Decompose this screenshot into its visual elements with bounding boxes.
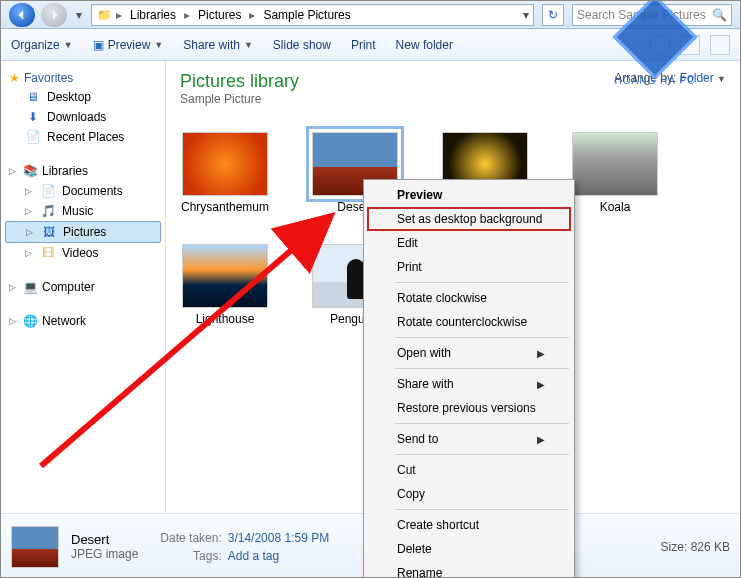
star-icon: ★ [9,71,20,85]
breadcrumb[interactable]: Pictures [194,6,245,24]
print-button[interactable]: Print [351,38,376,52]
thumbnail-chrysanthemum[interactable]: Chrysanthemum [180,132,270,214]
desktop-icon: 🖥 [25,89,41,105]
ctx-separator [395,423,569,424]
thumbnail-image [182,132,268,196]
sidebar-item-downloads[interactable]: ⬇Downloads [5,107,161,127]
thumbnail-image [182,244,268,308]
ctx-separator [395,368,569,369]
sidebar-computer[interactable]: ▷💻Computer [5,277,161,297]
thumbnail-koala[interactable]: Koala [570,132,660,214]
library-subtitle: Sample Picture [180,92,299,106]
preview-pane-button[interactable] [680,35,700,55]
documents-icon: 📄 [40,183,56,199]
recent-icon: 📄 [25,129,41,145]
ctx-rotate-cw[interactable]: Rotate clockwise [367,286,571,310]
help-button[interactable] [710,35,730,55]
navigation-pane: ★Favorites 🖥Desktop ⬇Downloads 📄Recent P… [1,61,166,513]
details-size-value: 826 KB [691,540,730,554]
preview-button[interactable]: ▣Preview▼ [93,38,164,52]
music-icon: 🎵 [40,203,56,219]
ctx-restore-versions[interactable]: Restore previous versions [367,396,571,420]
library-title: Pictures library [180,71,299,92]
ctx-separator [395,509,569,510]
sidebar-item-music[interactable]: ▷🎵Music [5,201,161,221]
sidebar-item-documents[interactable]: ▷📄Documents [5,181,161,201]
submenu-arrow-icon: ▶ [537,434,545,445]
libraries-icon: 📚 [22,163,38,179]
details-datetaken-value[interactable]: 3/14/2008 1:59 PM [228,531,329,545]
pictures-icon: 🖼 [41,224,57,240]
nav-forward-button[interactable] [41,3,67,27]
slideshow-button[interactable]: Slide show [273,38,331,52]
details-datetaken-label: Date taken: [160,531,221,545]
network-icon: 🌐 [22,313,38,329]
arrange-by[interactable]: Arrange by: Folder ▼ [614,71,726,85]
sidebar-item-videos[interactable]: ▷🎞Videos [5,243,161,263]
ctx-send-to[interactable]: Send to▶ [367,427,571,451]
thumbnail-image [572,132,658,196]
sidebar-network[interactable]: ▷🌐Network [5,311,161,331]
context-menu: Preview Set as desktop background Edit P… [363,179,575,578]
sidebar-item-recent[interactable]: 📄Recent Places [5,127,161,147]
ctx-rename[interactable]: Rename [367,561,571,578]
ctx-separator [395,337,569,338]
preview-icon: ▣ [93,38,104,52]
ctx-set-desktop-background[interactable]: Set as desktop background [367,207,571,231]
newfolder-button[interactable]: New folder [396,38,453,52]
ctx-rotate-ccw[interactable]: Rotate counterclockwise [367,310,571,334]
refresh-button[interactable]: ↻ [542,4,564,26]
titlebar: ▾ 📁 ▸ Libraries▸ Pictures▸ Sample Pictur… [1,1,740,29]
search-input[interactable]: Search Sample Pictures 🔍 [572,4,732,26]
details-thumbnail [11,526,59,568]
ctx-share-with[interactable]: Share with▶ [367,372,571,396]
details-filetype: JPEG image [71,547,138,561]
ctx-print[interactable]: Print [367,255,571,279]
ctx-separator [395,454,569,455]
nav-history-dropdown[interactable]: ▾ [73,6,85,24]
ctx-separator [395,282,569,283]
submenu-arrow-icon: ▶ [537,348,545,359]
sidebar-item-desktop[interactable]: 🖥Desktop [5,87,161,107]
nav-back-button[interactable] [9,3,35,27]
ctx-delete[interactable]: Delete [367,537,571,561]
videos-icon: 🎞 [40,245,56,261]
ctx-open-with[interactable]: Open with▶ [367,341,571,365]
command-toolbar: Organize▼ ▣Preview▼ Share with▼ Slide sh… [1,29,740,61]
address-dropdown-icon[interactable]: ▾ [523,8,529,22]
details-filename: Desert [71,532,138,547]
address-bar[interactable]: 📁 ▸ Libraries▸ Pictures▸ Sample Pictures… [91,4,534,26]
organize-button[interactable]: Organize▼ [11,38,73,52]
submenu-arrow-icon: ▶ [537,379,545,390]
computer-icon: 💻 [22,279,38,295]
sidebar-favorites-header[interactable]: ★Favorites [5,69,161,87]
details-tags-label: Tags: [160,549,221,563]
breadcrumb[interactable]: Sample Pictures [259,6,354,24]
folder-icon: 📁 [96,7,112,23]
downloads-icon: ⬇ [25,109,41,125]
thumbnail-lighthouse[interactable]: Lighthouse [180,244,270,326]
ctx-cut[interactable]: Cut [367,458,571,482]
details-tags-value[interactable]: Add a tag [228,549,329,563]
ctx-edit[interactable]: Edit [367,231,571,255]
search-icon: 🔍 [712,8,727,22]
breadcrumb[interactable]: Libraries [126,6,180,24]
ctx-preview[interactable]: Preview [367,183,571,207]
ctx-create-shortcut[interactable]: Create shortcut [367,513,571,537]
sharewith-button[interactable]: Share with▼ [183,38,253,52]
view-options-button[interactable] [650,35,670,55]
sidebar-libraries-header[interactable]: ▷📚Libraries [5,161,161,181]
sidebar-item-pictures[interactable]: ▷🖼Pictures [5,221,161,243]
details-size-label: Size: [661,540,688,554]
ctx-copy[interactable]: Copy [367,482,571,506]
search-placeholder: Search Sample Pictures [577,8,706,22]
